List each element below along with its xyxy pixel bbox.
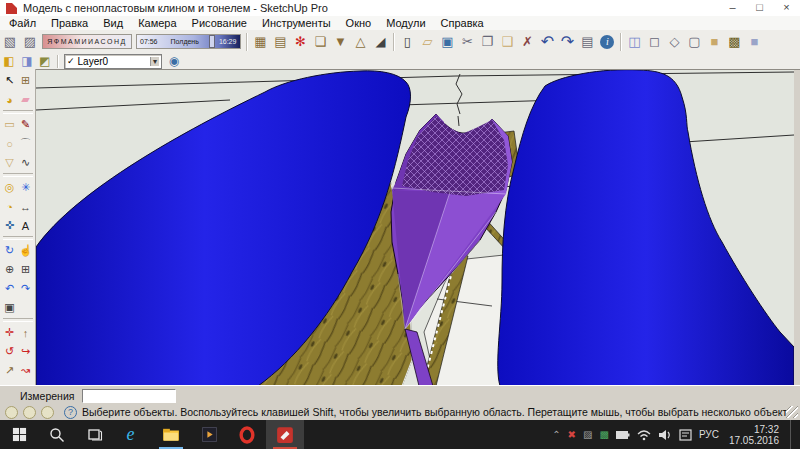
layer-dropdown[interactable]: ✓ Layer0 ▾: [64, 54, 162, 69]
open-file-icon[interactable]: ▱: [417, 32, 437, 51]
rotate-red-tool[interactable]: ↺: [2, 342, 18, 361]
credit-icon[interactable]: [23, 406, 36, 419]
tray-antivirus-icon[interactable]: ✖: [568, 429, 576, 440]
menu-camera[interactable]: Камера: [138, 17, 176, 29]
rectangle-tool[interactable]: ▭: [2, 115, 18, 134]
offset-red-tool[interactable]: ↝: [18, 361, 34, 380]
face-style-textured-icon[interactable]: ▩: [724, 32, 744, 51]
redo-icon[interactable]: ↷: [557, 32, 577, 51]
close-button[interactable]: ×: [773, 0, 800, 16]
task-view-button[interactable]: [76, 420, 114, 449]
save-icon[interactable]: ▣: [437, 32, 457, 51]
sandbox-smoove-icon[interactable]: ✻: [290, 32, 310, 51]
sandbox-from-scratch-icon[interactable]: ▤: [270, 32, 290, 51]
style-cube-1-icon[interactable]: ◧: [0, 54, 18, 68]
geolocation-icon[interactable]: [5, 406, 18, 419]
model-scene[interactable]: [36, 70, 794, 386]
axes-tool[interactable]: ✳: [18, 178, 34, 197]
video-app-taskbar-button[interactable]: [190, 420, 228, 449]
freehand-tool[interactable]: ∿: [18, 153, 34, 172]
opera-taskbar-button[interactable]: [228, 420, 266, 449]
measurements-input[interactable]: [82, 389, 176, 403]
menu-tools[interactable]: Инструменты: [262, 17, 331, 29]
zoom-extents-tool[interactable]: ▣: [2, 298, 18, 317]
previous-view-tool[interactable]: ↶: [2, 279, 18, 298]
next-view-tool[interactable]: ↷: [18, 279, 34, 298]
orbit-tool[interactable]: ↻: [2, 241, 18, 260]
text-tool[interactable]: A: [18, 216, 34, 235]
sandbox-drape-icon[interactable]: ▼: [330, 32, 350, 51]
chevron-down-icon[interactable]: ▾: [150, 57, 159, 66]
taskbar-clock[interactable]: 17:32 17.05.2016: [729, 424, 779, 446]
edge-taskbar-button[interactable]: e: [114, 420, 152, 449]
follow-me-tool[interactable]: ↪: [18, 342, 34, 361]
delete-icon[interactable]: ✗: [517, 32, 537, 51]
menu-plugins[interactable]: Модули: [386, 17, 425, 29]
sketchup-taskbar-button[interactable]: [266, 420, 304, 449]
menu-draw[interactable]: Рисование: [192, 17, 247, 29]
maximize-button[interactable]: □: [746, 0, 773, 16]
show-desktop-button[interactable]: [790, 420, 796, 449]
menu-help[interactable]: Справка: [441, 17, 484, 29]
wifi-icon[interactable]: [637, 429, 651, 441]
battery-icon[interactable]: [616, 429, 630, 441]
push-pull-tool[interactable]: ↑: [18, 323, 34, 342]
move-red-tool[interactable]: ✛: [2, 323, 18, 342]
menu-view[interactable]: Вид: [103, 17, 123, 29]
menu-window[interactable]: Окно: [346, 17, 372, 29]
start-button[interactable]: [0, 420, 38, 449]
eraser-tool[interactable]: ▰: [18, 90, 34, 109]
tray-app-icon-2[interactable]: ▩: [599, 429, 608, 440]
minimize-button[interactable]: –: [719, 0, 746, 16]
face-style-back-edges-icon[interactable]: ◻: [644, 32, 664, 51]
help-icon[interactable]: ?: [64, 406, 77, 419]
face-style-monochrome-icon[interactable]: ■: [744, 32, 764, 51]
dimension-tool[interactable]: ↔: [18, 197, 34, 216]
model-info-icon[interactable]: i: [597, 32, 617, 51]
make-component-tool[interactable]: ⊞: [18, 71, 34, 90]
face-style-xray-icon[interactable]: ◫: [624, 32, 644, 51]
tray-expand-icon[interactable]: ⌃: [552, 429, 560, 440]
tray-app-icon-1[interactable]: ▨: [583, 429, 592, 440]
protractor-tool[interactable]: ◔: [2, 197, 18, 216]
zoom-window-tool[interactable]: ⊞: [18, 260, 34, 279]
line-tool[interactable]: ✎: [18, 115, 34, 134]
cut-icon[interactable]: ✂: [457, 32, 477, 51]
language-indicator[interactable]: РУС: [699, 429, 719, 440]
sandbox-add-detail-icon[interactable]: △: [350, 32, 370, 51]
resize-grip[interactable]: [786, 406, 798, 418]
sandbox-from-contours-icon[interactable]: ▦: [250, 32, 270, 51]
arc-tool[interactable]: ⌒: [18, 134, 34, 153]
sandbox-flip-edge-icon[interactable]: ◢: [370, 32, 390, 51]
scale-tool[interactable]: ↗: [2, 361, 18, 380]
paint-bucket-tool[interactable]: ◕: [2, 90, 18, 109]
move-multi-tool[interactable]: ✜: [2, 216, 18, 235]
select-tool[interactable]: ↖: [2, 71, 18, 90]
menu-file[interactable]: Файл: [9, 17, 36, 29]
new-file-icon[interactable]: ▯: [397, 32, 417, 51]
taskbar-search-button[interactable]: [38, 420, 76, 449]
menu-edit[interactable]: Правка: [51, 17, 88, 29]
shadow-settings-icon[interactable]: ▧: [0, 32, 20, 51]
tape-measure-tool[interactable]: ◎: [2, 178, 18, 197]
circle-tool[interactable]: ○: [2, 134, 18, 153]
shadow-toggle-icon[interactable]: ▨: [20, 32, 40, 51]
layer-manager-icon[interactable]: ◉: [165, 54, 183, 68]
viewport-3d[interactable]: [36, 69, 794, 386]
paste-icon[interactable]: ❑: [497, 32, 517, 51]
status-extra-icon[interactable]: [41, 406, 54, 419]
sandbox-stamp-icon[interactable]: ❏: [310, 32, 330, 51]
action-center-icon[interactable]: [679, 429, 692, 441]
face-style-wireframe-icon[interactable]: ◇: [664, 32, 684, 51]
shadow-time-slider[interactable]: 07:56 Полдень 16:29: [136, 34, 241, 49]
shadow-month-slider[interactable]: ЯФМАМИИАСОНД: [42, 34, 132, 49]
face-style-shaded-icon[interactable]: ■: [704, 32, 724, 51]
style-cube-3-icon[interactable]: ◩: [36, 54, 54, 68]
pan-tool[interactable]: ☝: [18, 241, 34, 260]
zoom-tool[interactable]: ⊕: [2, 260, 18, 279]
copy-icon[interactable]: ❐: [477, 32, 497, 51]
polygon-tool[interactable]: ▽: [2, 153, 18, 172]
undo-icon[interactable]: ↶: [537, 32, 557, 51]
explorer-taskbar-button[interactable]: [152, 420, 190, 449]
print-icon[interactable]: ▤: [577, 32, 597, 51]
